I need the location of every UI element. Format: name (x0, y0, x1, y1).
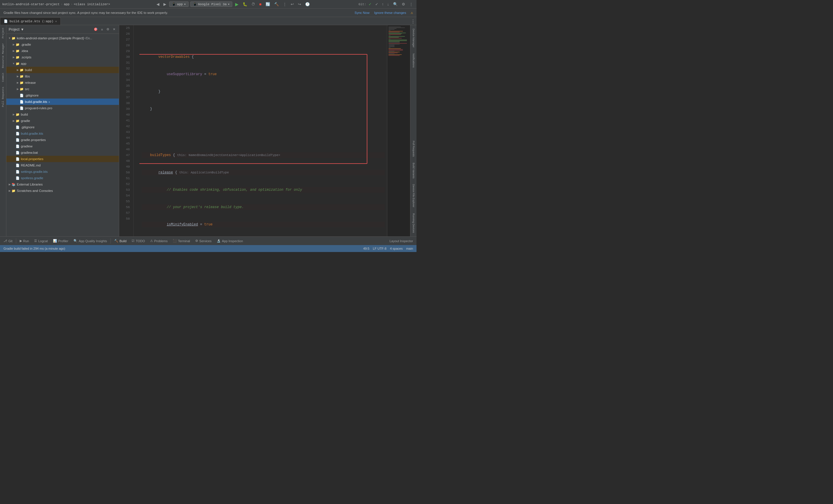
code-text[interactable]: vectorDrawables { useSupportLibrary = tr… (139, 25, 387, 236)
tree-item-build-dir2[interactable]: ▶ 📁 build (6, 111, 119, 118)
tree-item-libs-dir[interactable]: ▶ 📁 libs (6, 73, 119, 79)
divider-1 (16, 238, 16, 244)
run-config-selector[interactable]: 📱 app ▾ (169, 1, 188, 7)
tree-item-root[interactable]: ▼ 📁 kotlin-android-starter-project [Samp… (6, 35, 119, 41)
build-navigate-fwd-btn[interactable]: ▶ (162, 1, 167, 7)
code-line-26: useSupportLibrary = true (142, 71, 385, 77)
build-tool-btn[interactable]: 🔨 Build (112, 237, 129, 245)
problems-btn[interactable]: ⚠ Problems (148, 237, 170, 245)
indent-info: 4 spaces (390, 247, 403, 250)
project-panel: Project ▼ 🎯 ≡ ⚙ ✕ ▼ 📁 kotlin-android-sta… (6, 25, 119, 236)
services-label: Services (199, 239, 211, 243)
app-quality-btn[interactable]: 🔍 App Quality Insights (71, 237, 109, 245)
tree-item-settings-gradle[interactable]: 📄 settings.gradle.kts (6, 169, 119, 175)
git-pull-btn[interactable]: ↓ (386, 1, 390, 7)
tree-item-readme[interactable]: 📄 README.md (6, 162, 119, 169)
git-btn[interactable]: ⎇ Git (1, 237, 15, 245)
resource-manager-btn[interactable]: Resource Manager (1, 42, 5, 69)
tree-item-gradle-properties[interactable]: 📄 gradle.properties (6, 137, 119, 143)
tree-item-gradlew-bat[interactable]: 📄 gradlew.bat (6, 149, 119, 156)
profile-btn[interactable]: ⏱ (250, 1, 256, 7)
chevron-right-icon-scratches: ▶ (7, 189, 11, 192)
project-view-dropdown[interactable]: ▼ (21, 27, 24, 31)
notifications-tool[interactable]: Notifications (411, 51, 415, 70)
settings-btn[interactable]: ⚙ (401, 1, 406, 7)
sync-now-link[interactable]: Sync Now (355, 11, 370, 15)
breadcrumb: kotlin-android-starter-project › app › <… (2, 3, 110, 6)
tabs-more-btn[interactable]: ⋮ (409, 18, 416, 25)
run-config-icon: 📱 (172, 2, 176, 6)
services-btn[interactable]: ⚙ Services (193, 237, 214, 245)
git-label: Git (8, 239, 13, 243)
tree-item-build-gradle-kts2[interactable]: 📄 build.gradle.kts (6, 130, 119, 137)
tree-item-spotless[interactable]: 📄 spotless.gradle (6, 175, 119, 181)
status-bar-right: 49:5 LF UTF-8 4 spaces main (363, 247, 413, 250)
tree-item-proguard[interactable]: 📄 proguard-rules.pro (6, 105, 119, 111)
pull-requests-left-btn[interactable]: Pull Requests (1, 85, 5, 108)
pull-requests-tool[interactable]: Pull Requests (411, 138, 415, 159)
code-line-25: vectorDrawables { (142, 54, 385, 60)
tree-label-src: src (25, 87, 29, 91)
device-selector[interactable]: 📱 Google Pixel 3a ▾ (190, 1, 233, 7)
app-inspection-btn[interactable]: 🔬 App Inspection (214, 237, 245, 245)
build-variants-tool[interactable]: Build Variants (411, 160, 415, 181)
git-update-btn[interactable]: ✓ (374, 1, 379, 7)
code-container[interactable]: 25 26 27 28 29 30 31 32 33 34 35 36 37 3… (119, 25, 410, 236)
layout-inspector-btn[interactable]: Layout Inspector (387, 237, 415, 245)
project-tool-btn[interactable]: Project (1, 26, 5, 40)
tree-item-app-dir[interactable]: ▼ 📁 app (6, 60, 119, 67)
build-navigate-back-btn[interactable]: ◀ (155, 1, 161, 7)
panel-collapse-btn[interactable]: ≡ (100, 27, 104, 32)
device-chevron: ▾ (228, 2, 230, 6)
tree-item-gradle-dir[interactable]: ▶ 📁 .gradle (6, 41, 119, 48)
more-actions-btn[interactable]: ⋮ (282, 1, 288, 7)
undo-btn[interactable]: ↩ (289, 1, 295, 7)
run-tool-btn[interactable]: ▶ Run (17, 237, 31, 245)
tree-item-idea-dir[interactable]: ▶ 📁 .idea (6, 48, 119, 54)
build-btn[interactable]: 🔨 (273, 1, 280, 7)
more-btn[interactable]: ⋮ (408, 1, 414, 7)
tree-item-gitignore[interactable]: 📄 .gitignore (6, 92, 119, 99)
ignore-changes-link[interactable]: Ignore these changes (374, 11, 406, 15)
device-manager-tool[interactable]: Device Manager (411, 26, 415, 50)
sync-btn[interactable]: 🔄 (264, 1, 271, 7)
tree-item-gitignore2[interactable]: 📄 .gitignore (6, 124, 119, 130)
terminal-btn[interactable]: ⬛ Terminal (170, 237, 192, 245)
tree-label-settings-gradle: settings.gradle.kts (21, 170, 48, 173)
local-properties-icon: 📄 (16, 157, 20, 161)
search-btn[interactable]: 🔍 (392, 1, 399, 7)
git-check-btn[interactable]: ✓ (367, 1, 373, 7)
history-btn[interactable]: 🕐 (304, 1, 311, 7)
panel-locate-btn[interactable]: 🎯 (93, 27, 99, 32)
tree-item-external-libs[interactable]: ▶ 📚 External Libraries (6, 181, 119, 187)
todo-btn[interactable]: ☑ TODO (129, 237, 147, 245)
profiler-btn[interactable]: 📊 Profiler (51, 237, 71, 245)
running-devices-tool[interactable]: Running Devices (411, 211, 415, 235)
tree-item-scratches[interactable]: ▶ 📁 Scratches and Consoles (6, 187, 119, 194)
cursor-position: 49:5 (363, 247, 370, 250)
tree-label-idea: .idea (21, 49, 28, 53)
tab-close-btn[interactable]: ✕ (55, 20, 57, 23)
divider-2 (111, 238, 111, 244)
stop-btn[interactable]: ■ (258, 1, 263, 7)
logcat-btn[interactable]: ☰ Logcat (32, 237, 50, 245)
commit-btn[interactable]: Commit (1, 71, 5, 83)
tree-item-local-properties[interactable]: 📄 local.properties (6, 156, 119, 162)
redo-btn[interactable]: ↪ (297, 1, 302, 7)
run-btn[interactable]: ▶ (234, 1, 240, 7)
tree-item-gradle-dir2[interactable]: ▶ 📁 gradle (6, 118, 119, 124)
panel-settings-btn[interactable]: ⚙ (105, 27, 111, 32)
release-dir-icon: 📁 (20, 81, 24, 85)
tree-item-build-dir[interactable]: ▶ 📁 build (6, 67, 119, 73)
app-quality-icon: 🔍 (73, 239, 77, 243)
device-file-explorer-tool[interactable]: Device File Explorer (411, 182, 415, 210)
tree-item-release-dir[interactable]: ▶ 📁 release (6, 79, 119, 86)
tab-build-gradle[interactable]: 📄 build.gradle.kts (:app) ✕ (0, 17, 61, 25)
debug-btn[interactable]: 🐛 (241, 1, 248, 7)
tree-item-src-dir[interactable]: ▶ 📁 src (6, 86, 119, 92)
tree-item-gradlew[interactable]: 📄 gradlew (6, 143, 119, 149)
tree-item-scripts-dir[interactable]: ▶ 📁 .scripts (6, 54, 119, 60)
panel-close-btn[interactable]: ✕ (112, 27, 117, 32)
git-push-btn[interactable]: ↑ (381, 1, 385, 7)
tree-item-build-gradle-kts[interactable]: 📄 build.gradle.kts ● (6, 99, 119, 105)
